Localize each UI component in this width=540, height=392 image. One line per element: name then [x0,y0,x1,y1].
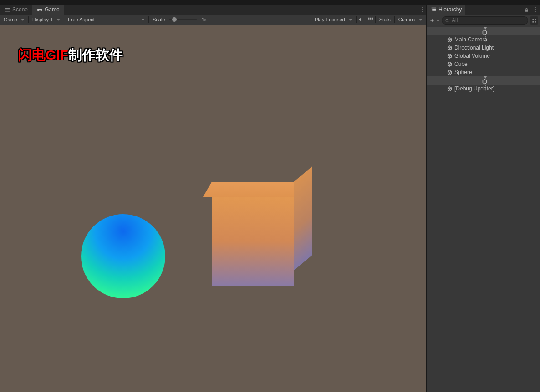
scene-icon [481,30,488,35]
slider-track[interactable] [169,19,197,20]
gamepad-icon [37,7,43,13]
chevron-down-icon [436,20,440,22]
tab-hierarchy[interactable]: Hierarchy [427,5,465,15]
lock-icon [524,7,529,12]
hierarchy-item[interactable]: Directional Light [427,44,540,52]
cube-object [212,180,319,296]
item-label: Cube [454,61,538,67]
vsync-button[interactable] [366,15,375,24]
hierarchy-tree: SampleScene⋮Main CameraDirectional Light… [427,26,540,392]
category-icon [532,18,537,23]
hierarchy-item[interactable]: [Debug Updater] [427,85,540,93]
sphere-object [81,214,165,298]
create-dropdown[interactable]: ＋ [429,16,440,25]
item-label: Directional Light [454,45,538,51]
tab-menu-icon[interactable]: ⋮ [418,6,426,13]
hierarchy-icon [431,7,437,13]
chevron-down-icon [419,19,423,21]
game-toolbar: Game Display 1 Free Aspect Scale1x Play … [0,15,426,25]
gameobject-icon [446,69,453,75]
tab-game[interactable]: Game [32,5,64,15]
scene-root[interactable]: SampleScene⋮ [427,27,540,35]
gameobject-icon [446,45,453,51]
hierarchy-search-input[interactable]: All [442,16,528,25]
hierarchy-item[interactable]: Global Volume [427,52,540,60]
item-label: Main Camera [454,36,538,43]
watermark: 闪电GIF制作软件 [18,46,123,65]
chevron-down-icon [21,19,25,21]
gizmos-dropdown[interactable]: Gizmos [395,15,426,25]
stats-button[interactable]: Stats [376,15,394,25]
svg-rect-1 [535,19,536,20]
svg-rect-2 [532,21,534,22]
scale-slider[interactable]: Scale1x [149,15,210,25]
tab-label: Scene [12,6,28,13]
grid-icon [367,16,374,23]
search-category-button[interactable] [530,16,538,25]
search-icon [445,18,450,23]
game-mode-dropdown[interactable]: Game [0,15,28,25]
game-viewport: 闪电GIF制作软件 闪电GIF制作软件 [0,25,426,392]
aspect-dropdown[interactable]: Free Aspect [64,15,148,25]
play-focused-dropdown[interactable]: Play Focused [311,15,356,25]
tab-label: Hierarchy [438,6,462,13]
audio-icon [358,16,364,23]
gameobject-icon [446,53,453,59]
svg-rect-3 [535,21,536,22]
item-label: [Debug Updater] [454,85,538,92]
tab-label: Game [45,6,60,13]
slider-handle[interactable] [172,17,177,22]
hierarchy-item[interactable]: Cube [427,60,540,68]
search-placeholder: All [452,17,458,24]
lock-button[interactable] [522,5,531,15]
chevron-down-icon [349,19,352,21]
item-label: Global Volume [454,53,538,59]
hierarchy-item[interactable]: Main Camera [427,35,540,44]
chevron-down-icon [141,19,145,21]
svg-rect-0 [532,19,534,20]
hierarchy-item[interactable]: Sphere [427,68,540,76]
gameobject-icon [446,36,453,43]
scene-icon [481,79,488,85]
chevron-down-icon [56,19,60,21]
scene-icon [5,7,10,13]
display-dropdown[interactable]: Display 1 [29,15,64,25]
tab-scene[interactable]: Scene [0,5,32,15]
item-label: Sphere [454,69,538,75]
scene-root[interactable]: DontDestroyOnLoad⋮ [427,76,540,85]
panel-menu-icon[interactable]: ⋮ [531,5,540,15]
gameobject-icon [446,85,453,92]
mute-audio-button[interactable] [357,15,366,24]
gameobject-icon [446,61,453,67]
